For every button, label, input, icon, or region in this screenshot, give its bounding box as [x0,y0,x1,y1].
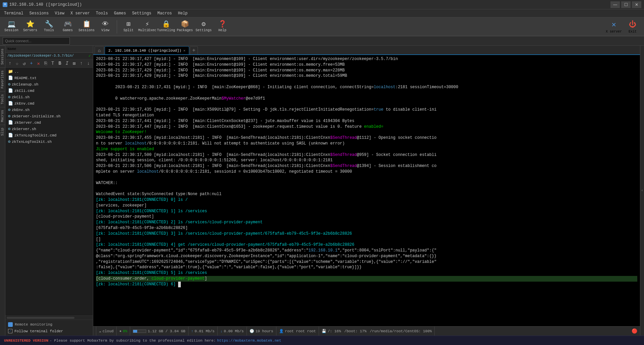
sidebar-tab-sessions[interactable]: Sessions [0,46,5,67]
list-item[interactable]: 📄 zkEnv.cmd [5,100,93,107]
file-refresh-btn[interactable]: ↺ [21,60,28,67]
terminal-output[interactable]: 2023-08-21 22:30:17,427 [myid:] - INFO [… [93,55,640,326]
menu-item-settings[interactable]: Settings [129,10,154,16]
file-upload-btn[interactable]: ↑ [78,60,85,67]
right-collapse-edge[interactable]: ‹ [640,46,644,336]
menu-item-sessions[interactable]: Sessions [27,10,52,16]
file-delete-btn[interactable]: ✕ [35,60,42,67]
path-bar: /myzookeeper/zookeeper-3.5.7/bin/ ✓ [5,53,93,59]
home-tab[interactable]: ⌂ [95,46,104,54]
terminal-line: WatchedEvent state:SyncConnected type:No… [96,191,637,197]
menu-item-x server[interactable]: X server [68,10,93,16]
filename: zkCli.cmd [14,89,90,93]
cloud-label: cloud [103,329,114,333]
list-item[interactable]: 📄 zkServer.cmd [5,119,93,126]
terminal-line: JLine support is enabled [96,147,637,152]
filepanel-header: Name [5,46,93,53]
tunneling-button[interactable]: 🔒 Tunneling [157,19,175,35]
follow-terminal-checkbox[interactable]: ✓ [8,329,12,333]
file-list: 📁 .. 📄 README.txt ⚙ zkCleanup.sh 📄 zkCli… [5,68,93,315]
active-tab[interactable]: 2. 192.168.10.140 ([springcloud]) ✕ [105,46,189,54]
main-layout: Sessions Favorites Tools Macros Slip Nam… [0,46,644,336]
remote-monitoring-item[interactable]: Remote monitoring [8,321,90,328]
settings-button[interactable]: ⚙ Settings [195,19,212,35]
current-path: /myzookeeper/zookeeper-3.5.7/bin/ [7,54,74,58]
list-item[interactable]: 📄 zkCli.cmd [5,88,93,94]
file-text-btn[interactable]: T [50,60,56,67]
terminal-line: 2023-08-21 22:30:17,427 [myid:] - INFO [… [96,56,637,62]
file-select-all-btn[interactable]: ⊠ [71,60,77,67]
file-italic-btn[interactable]: I [64,60,70,67]
menu-item-macros[interactable]: Macros [155,10,174,16]
mobatek-link[interactable]: https://mobaxterm.mobatek.net [217,339,281,343]
new-tab-button[interactable]: + [190,46,198,54]
file-up-btn[interactable]: ↑ [7,60,13,67]
quickconnect-bar [0,36,644,46]
minimize-button[interactable]: — [610,1,620,8]
list-item[interactable]: ⚙ zkTxnLogToolkit.sh [5,138,93,145]
menu-item-terminal[interactable]: Terminal [1,10,26,16]
file-copy-btn[interactable]: ⎘ [42,60,49,67]
settings-label: Settings [196,28,212,32]
xserver-label: X server [606,30,622,34]
tools-button[interactable]: 🔧 Tools [40,19,58,35]
list-item[interactable]: ⚙ zkCli.sh [5,94,93,100]
file-bold-btn[interactable]: B [57,60,63,67]
menu-item-view[interactable]: View [52,10,67,16]
active-tab-label: 2. 192.168.10.140 ([springcloud]) [108,49,181,53]
sidebar-tab-favorites[interactable]: Favorites [0,67,5,91]
session-button[interactable]: 💻 Session [3,19,20,35]
filename: zkCli.sh [12,95,90,99]
sidebar-tab-macros[interactable]: Macros [0,107,5,125]
close-button[interactable]: ✕ [632,1,641,8]
multiexec-button[interactable]: ⚡ MultiExec [139,19,156,35]
sidebar-tab-slip[interactable]: Slip [0,125,5,138]
view-label: View [101,28,109,32]
horizontal-scrollbar[interactable] [5,315,93,320]
help-button[interactable]: ❓ Help [214,19,231,35]
menu-item-games[interactable]: Games [111,10,129,16]
multiexec-icon: ⚡ [145,21,149,28]
follow-terminal-item[interactable]: ✓ Follow terminal folder [8,328,90,334]
games-button[interactable]: 🎮 Games [59,19,76,35]
terminal-line: 2023-08-21 22:30:17,435 [myid:] - INFO [… [96,107,637,118]
statusbar-upload: ↑ 0.01 Mb/s [189,327,218,336]
window-title: 192.168.10.140 ([springcloud]) [9,2,82,7]
list-item[interactable]: ⚙ zkServer-initialize.sh [5,113,93,119]
split-button[interactable]: ⊞ Split [120,19,137,35]
user-icon: 👤 [279,329,284,333]
exec-icon: ⚙ [8,126,10,131]
file-icon: 📄 [8,88,13,93]
view-button[interactable]: 👁 View [97,19,114,35]
list-item[interactable]: 📄 zkTxnLogToolkit.cmd [5,132,93,138]
xserver-button[interactable]: ✕ X server [605,19,623,35]
list-item[interactable]: ⚙ zkEnv.sh [5,107,93,113]
filename: zkServer.sh [12,127,90,131]
terminal-line: [] [96,237,637,242]
list-item[interactable]: ⚙ zkServer.sh [5,126,93,132]
list-item[interactable]: 📄 README.txt [5,75,93,81]
menu-item-help[interactable]: Help [175,10,191,16]
toolbar: 💻 Session ⭐ Servers 🔧 Tools 🎮 Games 📋 Se… [0,17,644,36]
list-item[interactable]: 📁 .. [5,68,93,75]
file-star-btn[interactable]: ☆ [14,60,20,67]
tab-close-button[interactable]: ✕ [183,49,185,53]
folder-icon: 📁 [8,69,13,74]
menu-item-tools[interactable]: Tools [93,10,111,16]
file-new-btn[interactable]: + [28,60,35,67]
remote-monitoring-icon [8,322,13,327]
file-download-btn[interactable]: ↓ [85,60,92,67]
cloud-icon: ☁ [99,329,101,333]
list-item[interactable]: ⚙ zkCleanup.sh [5,81,93,88]
servers-button[interactable]: ⭐ Servers [21,19,39,35]
path-check-icon: ✓ [89,53,91,58]
maximize-button[interactable]: ☐ [621,1,631,8]
sessions-button[interactable]: 📋 Sessions [78,19,95,35]
quickconnect-input[interactable] [3,37,70,45]
split-icon: ⊞ [126,21,130,28]
packages-button[interactable]: 📦 Packages [176,19,194,35]
tunneling-icon: 🔒 [162,21,170,28]
titlebar: M 192.168.10.140 ([springcloud]) — ☐ ✕ [0,0,644,9]
sidebar-tab-tools[interactable]: Tools [0,91,5,107]
exit-button[interactable]: ⏻ Exit [624,19,641,35]
